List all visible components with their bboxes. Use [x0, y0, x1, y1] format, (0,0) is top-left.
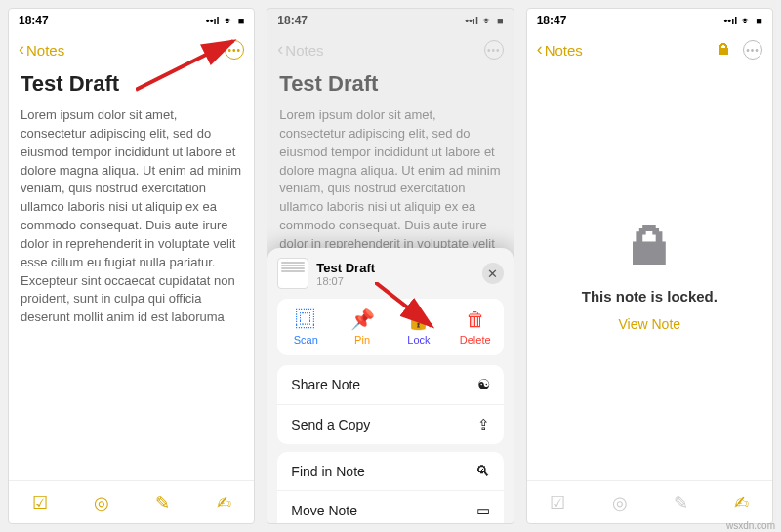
- close-button[interactable]: ✕: [482, 263, 504, 284]
- nav-bar: ‹ Notes •••: [9, 32, 254, 67]
- bottom-toolbar: ☑ ◎ ✎ ✍︎: [9, 480, 254, 523]
- move-label: Move Note: [291, 503, 357, 518]
- menu-group-2: Find in Note 🔍︎ Move Note ▭ Lines & Grid…: [277, 452, 503, 524]
- lock-label: Lock: [407, 334, 430, 346]
- locked-message: This note is locked.: [582, 288, 718, 305]
- view-note-button[interactable]: View Note: [619, 316, 681, 332]
- delete-label: Delete: [460, 334, 491, 346]
- battery-icon: ■: [238, 15, 245, 26]
- compose-icon[interactable]: ✍︎: [734, 492, 749, 513]
- lock-large-icon: 🔒︎: [623, 216, 676, 276]
- status-icons: ••ıl ᯤ ■: [724, 15, 762, 26]
- scan-label: Scan: [294, 334, 318, 346]
- nav-bar: ‹ Notes •••: [267, 32, 513, 67]
- wifi-icon: ᯤ: [741, 15, 752, 26]
- scan-button[interactable]: ⿴ Scan: [280, 308, 331, 346]
- find-in-note-item[interactable]: Find in Note 🔍︎: [277, 452, 503, 491]
- back-button: ‹ Notes: [277, 41, 323, 60]
- sheet-title-block: Test Draft 18:07: [316, 261, 473, 287]
- status-bar: 18:47 ••ıl ᯤ ■: [527, 9, 772, 32]
- phone-screen-2: 18:47 ••ıl ᯤ ■ ‹ Notes ••• Test Draft Lo…: [267, 8, 514, 524]
- back-button[interactable]: ‹ Notes: [19, 41, 64, 60]
- find-label: Find in Note: [291, 464, 364, 479]
- status-bar: 18:47 ••ıl ᯤ ■: [267, 9, 513, 32]
- note-title: Test Draft: [21, 71, 242, 97]
- lock-toggle-button[interactable]: 🔒︎: [716, 41, 731, 59]
- nav-bar: ‹ Notes 🔒︎ •••: [527, 32, 772, 67]
- chevron-left-icon: ‹: [277, 39, 283, 60]
- back-label: Notes: [26, 42, 64, 59]
- phone-screen-1: 18:47 ••ıl ᯤ ■ ‹ Notes ••• Test Draft Lo…: [8, 8, 255, 524]
- signal-icon: ••ıl: [206, 15, 220, 26]
- locked-view: 🔒︎ This note is locked. View Note: [527, 67, 772, 480]
- pin-label: Pin: [354, 334, 370, 346]
- send-label: Send a Copy: [291, 417, 370, 432]
- bottom-toolbar: ☑ ◎ ✎ ✍︎: [527, 480, 772, 523]
- pin-button[interactable]: 📌 Pin: [337, 308, 388, 346]
- sheet-note-time: 18:07: [316, 275, 473, 287]
- note-title: Test Draft: [279, 71, 501, 97]
- status-bar: 18:47 ••ıl ᯤ ■: [9, 9, 254, 32]
- note-content[interactable]: Test Draft Lorem ipsum dolor sit amet, c…: [9, 67, 254, 480]
- back-label: Notes: [285, 42, 323, 59]
- share-icon: ⇪: [477, 416, 490, 433]
- share-label: Share Note: [291, 377, 360, 392]
- draw-icon[interactable]: ✎: [155, 492, 170, 513]
- signal-icon: ••ıl: [724, 15, 738, 26]
- action-sheet: Test Draft 18:07 ✕ ⿴ Scan 📌 Pin 🔒 Lock 🗑…: [267, 248, 513, 523]
- checklist-icon[interactable]: ☑: [32, 492, 48, 513]
- camera-icon: ◎: [612, 492, 628, 513]
- checklist-icon: ☑: [550, 492, 565, 513]
- delete-button[interactable]: 🗑 Delete: [450, 308, 501, 346]
- lock-icon: 🔒: [406, 308, 431, 330]
- sheet-note-title: Test Draft: [316, 261, 473, 275]
- share-note-item[interactable]: Share Note ☯: [277, 365, 503, 405]
- battery-icon: ■: [497, 15, 504, 26]
- clock: 18:47: [19, 14, 49, 27]
- scan-icon: ⿴: [296, 308, 315, 330]
- camera-icon[interactable]: ◎: [94, 492, 109, 513]
- chevron-left-icon: ‹: [537, 39, 543, 60]
- phone-screen-3: 18:47 ••ıl ᯤ ■ ‹ Notes 🔒︎ ••• 🔒︎ This no…: [526, 8, 773, 524]
- draw-icon: ✎: [674, 492, 688, 513]
- signal-icon: ••ıl: [465, 15, 478, 26]
- sheet-header: Test Draft 18:07 ✕: [277, 258, 503, 289]
- battery-icon: ■: [756, 15, 762, 26]
- trash-icon: 🗑: [466, 308, 485, 330]
- move-note-item[interactable]: Move Note ▭: [277, 491, 503, 524]
- send-copy-item[interactable]: Send a Copy ⇪: [277, 405, 503, 444]
- more-button: •••: [743, 40, 762, 60]
- people-icon: ☯: [477, 376, 490, 393]
- clock: 18:47: [537, 14, 567, 27]
- wifi-icon: ᯤ: [482, 15, 493, 26]
- menu-group-1: Share Note ☯ Send a Copy ⇪: [277, 365, 503, 444]
- wifi-icon: ᯤ: [224, 15, 234, 26]
- note-thumbnail: [277, 258, 308, 289]
- more-button: •••: [484, 40, 504, 60]
- pin-icon: 📌: [350, 308, 375, 330]
- lock-button[interactable]: 🔒 Lock: [393, 308, 444, 346]
- chevron-left-icon: ‹: [19, 39, 24, 60]
- quick-actions: ⿴ Scan 📌 Pin 🔒 Lock 🗑 Delete: [277, 299, 503, 355]
- compose-icon[interactable]: ✍︎: [217, 492, 231, 513]
- note-body: Lorem ipsum dolor sit amet, consectetur …: [21, 106, 242, 327]
- status-icons: ••ıl ᯤ ■: [206, 15, 244, 26]
- back-label: Notes: [545, 42, 583, 59]
- folder-icon: ▭: [476, 502, 490, 519]
- watermark: wsxdn.com: [726, 520, 775, 531]
- status-icons: ••ıl ᯤ ■: [465, 15, 503, 26]
- more-button[interactable]: •••: [225, 40, 244, 60]
- back-button[interactable]: ‹ Notes: [537, 41, 583, 60]
- clock: 18:47: [277, 14, 308, 27]
- search-icon: 🔍︎: [475, 463, 490, 479]
